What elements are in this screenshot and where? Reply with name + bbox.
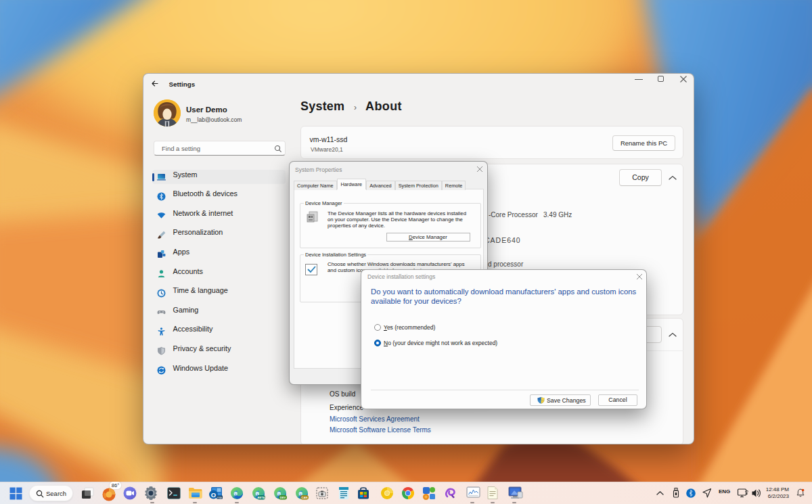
svg-text:DEV: DEV (280, 496, 286, 499)
svg-text:BETA: BETA (257, 496, 265, 499)
svg-text:O: O (211, 491, 216, 499)
svg-text:PRE: PRE (217, 497, 223, 499)
svg-text:CAN: CAN (301, 496, 307, 499)
